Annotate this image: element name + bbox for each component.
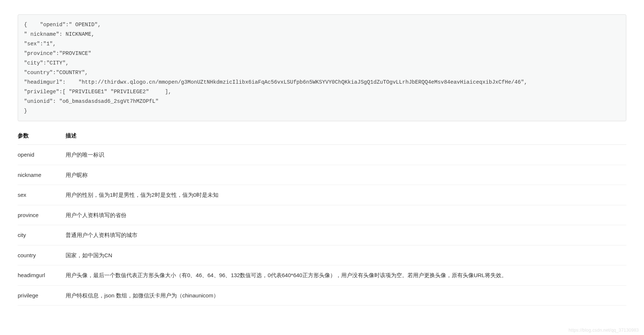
header-desc: 描述 [66, 127, 626, 145]
param-desc: 普通用户个人资料填写的城市 [66, 225, 626, 245]
param-name: sex [18, 185, 66, 205]
table-row: privilege 用户特权信息，json 数组，如微信沃卡用户为（chinau… [18, 285, 626, 306]
table-header-row: 参数 描述 [18, 127, 626, 145]
param-name: city [18, 225, 66, 245]
table-row: country 国家，如中国为CN [18, 245, 626, 265]
table-row: nickname 用户昵称 [18, 165, 626, 185]
param-name: privilege [18, 285, 66, 306]
header-param: 参数 [18, 127, 66, 145]
param-name: country [18, 245, 66, 265]
param-desc: 用户特权信息，json 数组，如微信沃卡用户为（chinaunicom） [66, 285, 626, 306]
param-name: openid [18, 145, 66, 165]
param-name: headimgurl [18, 265, 66, 286]
table-row: headimgurl 用户头像，最后一个数值代表正方形头像大小（有0、46、64… [18, 265, 626, 286]
params-table: 参数 描述 openid 用户的唯一标识 nickname 用户昵称 sex 用… [18, 127, 626, 306]
json-code-block: { "openid":" OPENID", " nickname": NICKN… [18, 14, 626, 122]
param-desc: 用户头像，最后一个数值代表正方形头像大小（有0、46、64、96、132数值可选… [66, 265, 626, 286]
param-name: province [18, 205, 66, 225]
param-desc: 国家，如中国为CN [66, 245, 626, 265]
param-desc: 用户的性别，值为1时是男性，值为2时是女性，值为0时是未知 [66, 185, 626, 205]
table-row: openid 用户的唯一标识 [18, 145, 626, 165]
param-desc: 用户昵称 [66, 165, 626, 185]
table-row: city 普通用户个人资料填写的城市 [18, 225, 626, 245]
page-container: { "openid":" OPENID", " nickname": NICKN… [0, 0, 644, 314]
table-row: sex 用户的性别，值为1时是男性，值为2时是女性，值为0时是未知 [18, 185, 626, 205]
param-desc: 用户的唯一标识 [66, 145, 626, 165]
param-desc: 用户个人资料填写的省份 [66, 205, 626, 225]
param-name: nickname [18, 165, 66, 185]
table-row: province 用户个人资料填写的省份 [18, 205, 626, 225]
